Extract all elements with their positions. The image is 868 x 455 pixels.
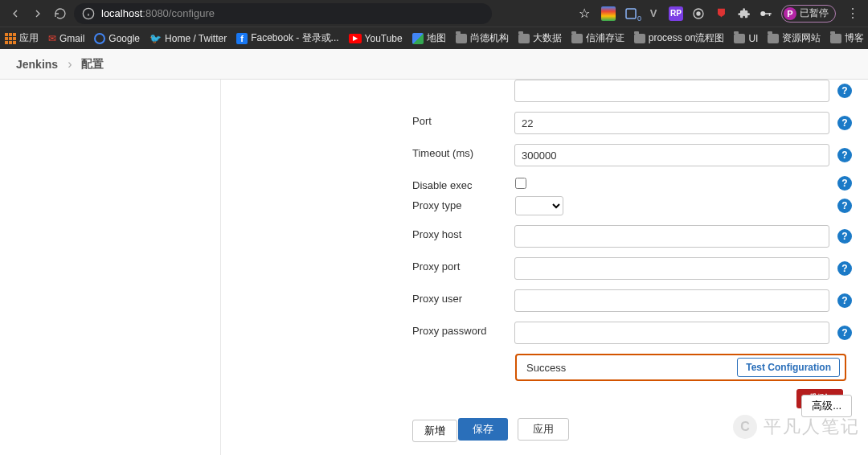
youtube-icon: ▶ xyxy=(349,34,362,43)
apply-button[interactable]: 应用 xyxy=(518,418,569,441)
input-proxy-port[interactable] xyxy=(514,257,829,280)
apps-icon xyxy=(5,33,16,44)
bookmark-folder-5[interactable]: UI xyxy=(734,33,758,44)
help-icon[interactable]: ? xyxy=(837,261,852,276)
breadcrumb: Jenkins › 配置 xyxy=(0,49,868,80)
bookmark-twitter[interactable]: 🐦Home / Twitter xyxy=(149,33,227,44)
key-icon[interactable] xyxy=(759,6,773,21)
watermark-icon: C xyxy=(733,415,757,439)
help-icon[interactable]: ? xyxy=(837,326,852,340)
test-result-message: Success xyxy=(526,362,566,374)
bookmark-label: 地图 xyxy=(427,31,446,45)
breadcrumb-page[interactable]: 配置 xyxy=(81,57,104,72)
select-proxy-type[interactable] xyxy=(515,196,563,215)
bookmark-youtube[interactable]: ▶YouTube xyxy=(349,33,403,44)
row-unknown-top: ? xyxy=(237,80,852,102)
browser-toolbar: localhost:8080/configure ☆ 0 V RP ⛊ P 已暂… xyxy=(0,0,868,27)
form-area: ? Port ? Timeout (ms) ? Disable exec ? P… xyxy=(221,80,868,455)
bookmark-folder-4[interactable]: process on流程图 xyxy=(634,31,725,45)
input-proxy-host[interactable] xyxy=(514,225,829,248)
watermark-text: 平凡人笔记 xyxy=(764,415,860,439)
bookmark-folder-2[interactable]: 大数据 xyxy=(518,31,562,45)
extension-icon-3[interactable]: V xyxy=(646,6,661,21)
toolbar-right: ☆ 0 V RP ⛊ P 已暂停 ⋮ xyxy=(575,5,862,23)
bookmark-gmail[interactable]: ✉Gmail xyxy=(48,33,84,44)
site-info-icon[interactable] xyxy=(82,7,95,20)
star-icon[interactable]: ☆ xyxy=(575,5,593,23)
input-port[interactable] xyxy=(514,112,829,134)
profile-status: 已暂停 xyxy=(800,6,829,20)
row-proxy-password: Proxy password ? xyxy=(237,322,852,344)
page-body: ? Port ? Timeout (ms) ? Disable exec ? P… xyxy=(0,80,868,455)
watermark: C 平凡人笔记 xyxy=(733,415,860,439)
bookmark-folder-3[interactable]: 信浦存证 xyxy=(571,31,624,45)
bookmark-folder-7[interactable]: 博客 xyxy=(830,31,864,45)
url-bar[interactable]: localhost:8080/configure xyxy=(74,3,492,24)
row-disable-exec: Disable exec ? xyxy=(237,176,852,191)
label-timeout: Timeout (ms) xyxy=(237,144,514,159)
footer-buttons: 保存 应用 xyxy=(458,418,569,441)
extension-icon-6[interactable]: ⛊ xyxy=(714,6,728,21)
bookmark-folder-1[interactable]: 尚德机构 xyxy=(456,31,509,45)
bookmark-bar: 应用 ✉Gmail Google 🐦Home / Twitter fFacebo… xyxy=(0,27,868,49)
input-unknown-top[interactable] xyxy=(514,80,829,102)
help-icon[interactable]: ? xyxy=(837,84,852,98)
help-icon[interactable]: ? xyxy=(837,199,852,213)
add-button[interactable]: 新增 xyxy=(412,420,457,442)
bookmark-maps[interactable]: 地图 xyxy=(412,31,446,45)
forward-icon[interactable] xyxy=(29,5,47,23)
sidebar xyxy=(0,80,221,455)
reload-icon[interactable] xyxy=(51,5,69,23)
label-proxy-user: Proxy user xyxy=(237,289,514,305)
extension-icon-4[interactable]: RP xyxy=(669,6,683,21)
folder-icon xyxy=(734,34,745,43)
extension-icon-1[interactable] xyxy=(601,6,616,21)
help-icon[interactable]: ? xyxy=(837,176,852,191)
url-host: localhost xyxy=(101,7,142,19)
row-port: Port ? xyxy=(237,112,852,134)
test-result-box: Success Test Configuration xyxy=(515,354,846,381)
input-proxy-user[interactable] xyxy=(514,289,829,312)
extension-icon-5[interactable] xyxy=(691,6,706,21)
profile-avatar: P xyxy=(784,7,796,20)
back-icon[interactable] xyxy=(6,5,24,23)
menu-icon[interactable]: ⋮ xyxy=(844,5,862,23)
label-proxy-host: Proxy host xyxy=(237,225,514,240)
input-proxy-password[interactable] xyxy=(514,322,829,344)
help-icon[interactable]: ? xyxy=(837,293,852,308)
folder-icon xyxy=(456,34,467,43)
apps-button[interactable]: 应用 xyxy=(5,31,39,45)
folder-icon xyxy=(518,34,530,43)
label-hidden xyxy=(237,80,514,83)
url-port: :8080 xyxy=(142,7,169,19)
extension-icon-2[interactable]: 0 xyxy=(624,6,638,21)
bookmark-label: UI xyxy=(748,33,758,44)
folder-icon xyxy=(830,34,841,43)
advanced-button[interactable]: 高级... xyxy=(801,395,852,417)
svg-point-5 xyxy=(697,12,700,15)
checkbox-disable-exec[interactable] xyxy=(515,178,526,189)
google-icon xyxy=(94,33,105,44)
label-proxy-password: Proxy password xyxy=(237,322,514,337)
bookmark-folder-6[interactable]: 资源网站 xyxy=(768,31,821,45)
label-port: Port xyxy=(237,112,514,127)
row-proxy-type: Proxy type ? xyxy=(237,196,852,215)
folder-icon xyxy=(768,34,779,43)
save-button[interactable]: 保存 xyxy=(458,418,508,441)
bookmark-label: Gmail xyxy=(59,33,84,44)
help-icon[interactable]: ? xyxy=(837,229,852,244)
breadcrumb-root[interactable]: Jenkins xyxy=(16,58,58,71)
input-timeout[interactable] xyxy=(514,144,829,166)
test-configuration-button[interactable]: Test Configuration xyxy=(737,358,840,377)
bookmark-label: Google xyxy=(108,33,140,44)
profile-pill[interactable]: P 已暂停 xyxy=(781,5,836,23)
bookmark-facebook[interactable]: fFacebook - 登录或... xyxy=(236,31,338,45)
breadcrumb-separator: › xyxy=(68,57,72,72)
help-icon[interactable]: ? xyxy=(837,148,852,162)
extensions-puzzle-icon[interactable] xyxy=(736,6,751,21)
url-path: /configure xyxy=(169,7,215,19)
bookmark-google[interactable]: Google xyxy=(94,33,140,44)
label-proxy-type: Proxy type xyxy=(237,196,515,211)
bookmark-label: 大数据 xyxy=(533,31,562,45)
help-icon[interactable]: ? xyxy=(837,116,852,130)
